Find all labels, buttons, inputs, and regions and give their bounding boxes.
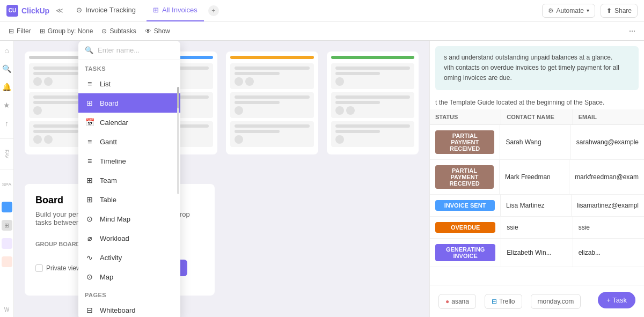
collapse-button[interactable]: ≪ [54, 4, 65, 17]
search-icon: 🔍 [85, 46, 93, 54]
share-button[interactable]: ⬆ Share [601, 4, 638, 18]
dropdown-overlay[interactable]: 🔍 TASKS ≡ List ⊞ Board 📅 [14, 41, 644, 317]
dropdown-item-gantt[interactable]: ≡ Gantt [78, 132, 180, 151]
dropdown-search-input[interactable] [98, 46, 180, 54]
nav-bottom-label: W [4, 307, 9, 313]
toolbar: ⊟ Filter ⊞ Group by: None ⊙ Subtasks 👁 S… [0, 21, 644, 41]
tab-invoice-tracking[interactable]: ⊙ Invoice Tracking [70, 0, 142, 21]
topbar: CU ClickUp ≪ ⊙ Invoice Tracking ⊞ All In… [0, 0, 644, 21]
more-options-button[interactable]: ⋯ [629, 27, 635, 35]
dropdown-item-workload[interactable]: ⌀ Workload [78, 228, 180, 248]
dropdown-item-map[interactable]: ⊙ Map [78, 267, 180, 286]
gantt-icon: ≡ [85, 137, 94, 146]
nav-purple-icon[interactable] [2, 238, 12, 249]
show-icon: 👁 [145, 27, 151, 35]
tasks-section-label: TASKS [78, 60, 180, 74]
add-tab-button[interactable]: + [208, 5, 219, 16]
dropdown-item-calendar[interactable]: 📅 Calendar [78, 113, 180, 132]
nav-search-icon[interactable]: 🔍 [2, 63, 12, 74]
group-icon: ⊞ [40, 27, 45, 35]
left-sidebar: ⌂ 🔍 🔔 ★ ↑ FAV SPA ⊞ W [0, 41, 14, 317]
main-area: ⌂ 🔍 🔔 ★ ↑ FAV SPA ⊞ W [0, 41, 644, 317]
app-logo[interactable]: CU ClickUp [6, 5, 49, 17]
team-icon: ⊞ [85, 175, 94, 185]
nav-space-icon[interactable]: SPA [2, 179, 12, 190]
nav-grid-icon[interactable]: ⊞ [2, 220, 12, 231]
workload-icon: ⌀ [85, 233, 94, 243]
timeline-icon: ≡ [85, 156, 94, 166]
logo-icon: CU [6, 5, 18, 17]
dropdown-item-team[interactable]: ⊞ Team [78, 171, 180, 190]
dropdown-item-timeline[interactable]: ≡ Timeline [78, 151, 180, 171]
mind-map-icon: ⊙ [85, 214, 94, 224]
filter-icon: ⊟ [9, 27, 14, 35]
dropdown-item-whiteboard[interactable]: ⊟ Whiteboard [78, 300, 180, 317]
nav-star-icon[interactable]: ★ [2, 100, 12, 110]
table-icon: ⊞ [85, 195, 94, 204]
content-area: Board Build your perfect Board and easil… [14, 41, 644, 317]
dropdown-item-list[interactable]: ≡ List [78, 74, 180, 93]
tab-icon: ⊙ [76, 6, 82, 14]
filter-button[interactable]: ⊟ Filter [9, 27, 31, 35]
list-icon: ≡ [85, 79, 94, 89]
scrollbar [177, 87, 179, 194]
group-by-button[interactable]: ⊞ Group by: None [40, 27, 93, 35]
dropdown-search-row: 🔍 [78, 41, 180, 60]
pages-section-label: PAGES [78, 286, 180, 300]
nav-upload-icon[interactable]: ↑ [2, 118, 12, 129]
subtasks-button[interactable]: ⊙ Subtasks [101, 27, 136, 35]
board-icon: ⊞ [85, 98, 94, 108]
automate-icon: ⚙ [548, 7, 554, 14]
show-button[interactable]: 👁 Show [145, 27, 170, 35]
nav-bell-icon[interactable]: 🔔 [2, 82, 12, 92]
share-icon: ⬆ [606, 7, 612, 14]
nav-home-icon[interactable]: ⌂ [2, 45, 12, 56]
activity-icon: ∿ [85, 253, 94, 262]
nav-orange-icon[interactable] [2, 256, 12, 267]
calendar-icon: 📅 [85, 117, 94, 127]
dropdown-item-table[interactable]: ⊞ Table [78, 190, 180, 209]
dropdown-item-board[interactable]: ⊞ Board [78, 93, 180, 113]
whiteboard-icon: ⊟ [85, 305, 94, 315]
automate-button[interactable]: ⚙ Automate ▾ [542, 4, 595, 18]
dropdown-item-activity[interactable]: ∿ Activity [78, 248, 180, 267]
dropdown-item-mind-map[interactable]: ⊙ Mind Map [78, 209, 180, 228]
subtasks-icon: ⊙ [101, 27, 107, 35]
nav-project-icon[interactable] [2, 202, 12, 212]
tab-grid-icon: ⊞ [153, 6, 159, 14]
chevron-down-icon: ▾ [587, 8, 589, 13]
topbar-right: ⚙ Automate ▾ ⬆ Share [542, 4, 638, 18]
nav-favorites-icon[interactable]: FAV [2, 149, 12, 159]
tab-all-invoices[interactable]: ⊞ All Invoices [147, 0, 204, 21]
view-type-dropdown: 🔍 TASKS ≡ List ⊞ Board 📅 [78, 41, 180, 317]
map-icon: ⊙ [85, 272, 94, 282]
